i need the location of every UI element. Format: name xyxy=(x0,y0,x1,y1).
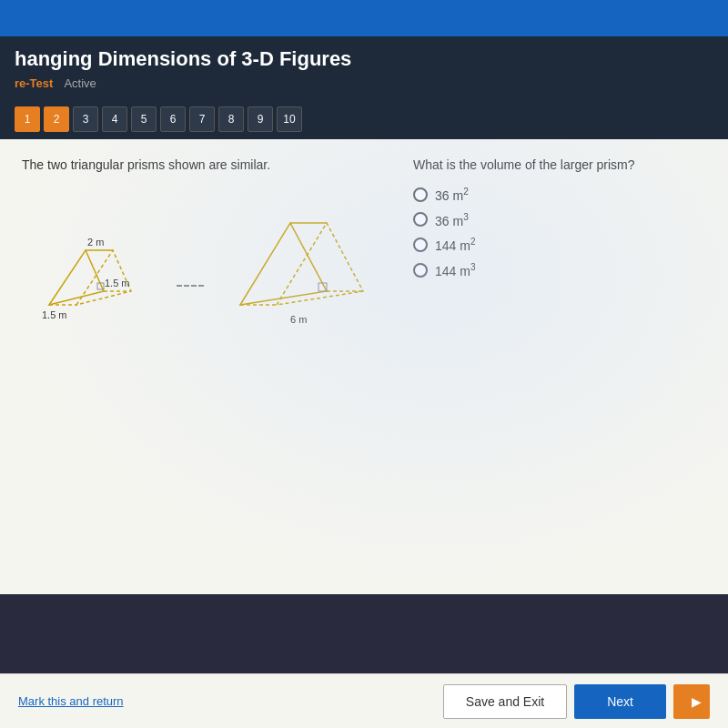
prisms-container: 2 m 1.5 m 1.5 m xyxy=(22,187,377,332)
page-btn-8[interactable]: 8 xyxy=(218,106,244,132)
subtitle-row: re-Test Active xyxy=(15,76,713,99)
answer-question-text: What is the volume of the larger prism? xyxy=(413,157,706,172)
choice-a[interactable]: 36 m2 xyxy=(413,187,706,203)
answer-choices: 36 m2 36 m3 144 m2 144 m3 xyxy=(413,187,706,278)
radio-b[interactable] xyxy=(413,212,428,227)
svg-text:6 m: 6 m xyxy=(290,314,307,325)
svg-text:2 m: 2 m xyxy=(87,237,104,248)
svg-marker-0 xyxy=(49,250,104,305)
choice-b-text: 36 m3 xyxy=(435,212,469,228)
pagination: 1 2 3 4 5 6 7 8 9 10 xyxy=(0,99,728,139)
bottom-bar: Mark this and return Save and Exit Next … xyxy=(0,673,728,728)
question-area: The two triangular prisms shown are simi… xyxy=(0,139,728,594)
small-prism-svg: 2 m 1.5 m 1.5 m xyxy=(22,205,149,332)
page-btn-7[interactable]: 7 xyxy=(189,106,215,132)
page-btn-9[interactable]: 9 xyxy=(248,106,273,132)
choice-d[interactable]: 144 m3 xyxy=(413,262,706,278)
active-label: Active xyxy=(64,76,96,90)
page-title: hanging Dimensions of 3-D Figures xyxy=(15,47,713,76)
svg-text:1.5 m: 1.5 m xyxy=(42,309,67,320)
main-container: hanging Dimensions of 3-D Figures re-Tes… xyxy=(0,36,728,728)
page-btn-10[interactable]: 10 xyxy=(277,106,302,132)
radio-d[interactable] xyxy=(413,263,428,278)
title-text: hanging Dimensions of 3-D Figures xyxy=(15,47,351,70)
page-btn-5[interactable]: 5 xyxy=(131,106,157,132)
choice-b[interactable]: 36 m3 xyxy=(413,212,706,228)
page-btn-3[interactable]: 3 xyxy=(73,106,98,132)
bottom-buttons: Save and Exit Next ▶ xyxy=(443,684,710,719)
question-right: What is the volume of the larger prism? … xyxy=(413,157,706,278)
top-bar xyxy=(0,0,728,36)
page-btn-1[interactable]: 1 xyxy=(15,106,40,132)
next-button[interactable]: Next xyxy=(574,684,666,719)
choice-c-text: 144 m2 xyxy=(435,237,475,253)
radio-a[interactable] xyxy=(413,187,428,202)
page-btn-4[interactable]: 4 xyxy=(102,106,127,132)
question-left: The two triangular prisms shown are simi… xyxy=(22,157,377,332)
save-exit-button[interactable]: Save and Exit xyxy=(443,684,567,719)
large-prism-svg: 6 m xyxy=(231,187,377,332)
choice-c[interactable]: 144 m2 xyxy=(413,237,706,253)
mark-return-link[interactable]: Mark this and return xyxy=(18,694,124,708)
page-btn-2[interactable]: 2 xyxy=(44,106,69,132)
choice-d-text: 144 m3 xyxy=(435,262,475,278)
question-text-left: The two triangular prisms shown are simi… xyxy=(22,157,377,172)
svg-text:1.5 m: 1.5 m xyxy=(105,278,130,288)
connecting-line xyxy=(177,285,204,287)
question-layout: The two triangular prisms shown are simi… xyxy=(22,157,706,332)
radio-c[interactable] xyxy=(413,238,428,252)
next-arrow-button[interactable]: ▶ xyxy=(673,684,710,719)
page-btn-6[interactable]: 6 xyxy=(160,106,186,132)
pre-test-label: re-Test xyxy=(15,76,53,90)
header: hanging Dimensions of 3-D Figures re-Tes… xyxy=(0,36,728,99)
choice-a-text: 36 m2 xyxy=(435,187,469,203)
